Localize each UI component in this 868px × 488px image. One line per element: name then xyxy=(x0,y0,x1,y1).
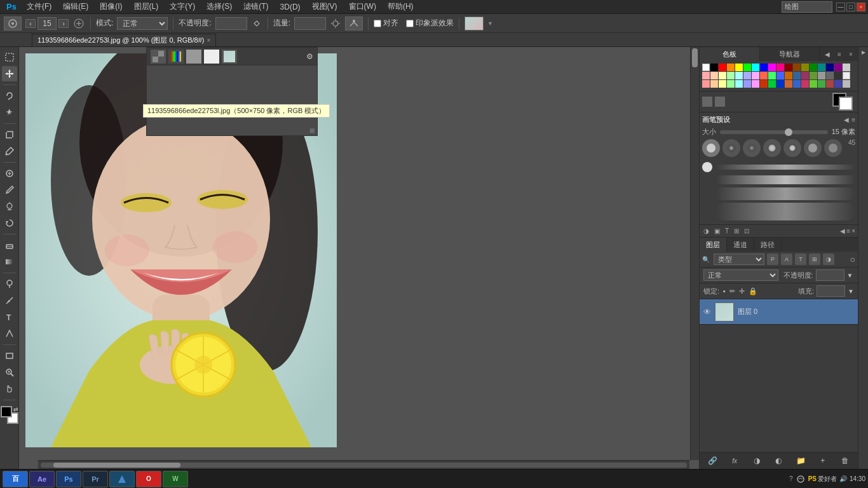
opacity-icon[interactable] xyxy=(251,18,262,29)
swatch[interactable] xyxy=(702,72,710,79)
taskbar-pr[interactable]: Pr xyxy=(83,471,108,487)
layer-delete-icon[interactable]: 🗑 xyxy=(839,454,851,467)
swatch[interactable] xyxy=(785,72,792,79)
panel-resize-handle[interactable]: ⊠ xyxy=(309,127,315,134)
brush-size-track[interactable] xyxy=(720,130,828,134)
flow-icon[interactable] xyxy=(330,18,341,29)
canvas-hscroll[interactable] xyxy=(38,460,689,469)
brush-icon-soft[interactable] xyxy=(722,139,740,157)
menu-3d[interactable]: 3D(D) xyxy=(275,1,306,13)
stamp-checkbox[interactable] xyxy=(406,20,414,27)
swatch[interactable] xyxy=(719,72,726,79)
swatch[interactable] xyxy=(727,64,735,71)
swatch[interactable] xyxy=(710,64,718,71)
brush-icon-star4[interactable] xyxy=(804,139,822,157)
swatch[interactable] xyxy=(710,80,718,88)
brush-icon-star1[interactable] xyxy=(743,139,761,157)
layers-filter-btn-1[interactable]: P xyxy=(767,254,778,265)
swatch[interactable] xyxy=(727,80,735,88)
layers-panel-icon-2[interactable]: ▣ xyxy=(713,226,721,236)
swatch[interactable] xyxy=(843,64,850,71)
swatch[interactable] xyxy=(793,72,801,79)
swatch[interactable] xyxy=(785,64,792,71)
tool-zoom[interactable] xyxy=(2,365,17,380)
swatch[interactable] xyxy=(719,80,726,88)
menu-select[interactable]: 选择(S) xyxy=(201,0,237,13)
opacity-dropdown[interactable]: ▼ xyxy=(847,272,853,279)
brush-icon-star2[interactable] xyxy=(763,139,781,157)
taskbar-ps[interactable]: Ps xyxy=(56,471,81,487)
bg-color-swatch[interactable] xyxy=(839,97,853,111)
tool-rectangle[interactable] xyxy=(2,348,17,363)
swatch[interactable] xyxy=(810,80,817,88)
panel-tab-photo[interactable] xyxy=(222,50,237,64)
layers-filter-btn-5[interactable]: ◑ xyxy=(823,254,834,265)
swatch[interactable] xyxy=(810,64,817,71)
stamp-option[interactable]: 印象派效果 xyxy=(406,18,454,29)
mini-collapse-icon[interactable]: ▶ xyxy=(860,50,866,55)
restore-btn[interactable]: □ xyxy=(846,3,855,11)
tool-marquee[interactable] xyxy=(2,50,17,65)
fg-color-box[interactable] xyxy=(1,406,12,417)
swatch[interactable] xyxy=(793,80,801,88)
brush-panel-options[interactable]: ≡ xyxy=(851,116,855,123)
swatch[interactable] xyxy=(760,72,768,79)
flow-input[interactable]: 100% xyxy=(294,17,326,30)
size-stepper-down[interactable]: ‹ xyxy=(25,19,36,28)
swatch[interactable] xyxy=(719,64,726,71)
swatch[interactable] xyxy=(810,72,817,79)
swatch[interactable] xyxy=(752,72,759,79)
fill-value-input[interactable]: 100% xyxy=(817,285,845,297)
tool-text[interactable]: T xyxy=(2,309,17,325)
tool-eraser[interactable] xyxy=(2,238,17,253)
swatch[interactable] xyxy=(818,80,825,88)
tool-path-select[interactable] xyxy=(2,326,17,341)
swatch[interactable] xyxy=(834,80,842,88)
layers-filter-btn-4[interactable]: ⊞ xyxy=(809,254,820,265)
brush-icon-star3[interactable] xyxy=(783,139,801,157)
menu-image[interactable]: 图像(I) xyxy=(95,0,127,13)
taskbar-opera[interactable]: O xyxy=(136,471,161,487)
lock-draw-icon[interactable]: ✏ xyxy=(729,287,735,295)
delete-swatch-icon[interactable] xyxy=(715,97,725,107)
swatch[interactable] xyxy=(735,64,743,71)
taskbar-help-icon[interactable]: ? xyxy=(789,475,793,482)
tool-magic-wand[interactable] xyxy=(2,105,17,120)
menu-file[interactable]: 文件(F) xyxy=(22,0,57,13)
taskbar-network-icon[interactable] xyxy=(796,474,806,484)
swatch[interactable] xyxy=(834,64,842,71)
minimize-btn[interactable]: — xyxy=(836,3,845,11)
layer-mask-icon[interactable]: ◑ xyxy=(750,454,763,467)
swatch[interactable] xyxy=(710,72,718,79)
tool-history-brush[interactable] xyxy=(2,215,17,231)
swatch[interactable] xyxy=(702,64,710,71)
blend-mode-select[interactable]: 正常 xyxy=(703,269,778,281)
opacity-value-input[interactable]: 100% xyxy=(816,269,844,281)
color-swapper[interactable]: ⇄ xyxy=(1,406,18,424)
layer-group-icon[interactable]: 📁 xyxy=(794,454,807,467)
new-swatch-icon[interactable] xyxy=(702,97,712,107)
layer-link-icon[interactable]: 🔗 xyxy=(706,454,719,467)
menu-view[interactable]: 视图(V) xyxy=(307,0,342,13)
layers-panel-icon-1[interactable]: ◑ xyxy=(702,226,710,236)
swatch[interactable] xyxy=(735,72,743,79)
document-tab[interactable]: 1193596866ede22753l.jpg @ 100% (图层 0, RG… xyxy=(32,34,216,46)
menu-help[interactable]: 帮助(H) xyxy=(383,0,419,13)
swatch[interactable] xyxy=(752,80,759,88)
tool-gradient[interactable] xyxy=(2,254,17,269)
layer-adjustment-icon[interactable]: ◐ xyxy=(772,454,785,467)
layers-filter-toggle[interactable]: ○ xyxy=(850,254,855,264)
layer-fx-icon[interactable]: fx xyxy=(728,454,741,467)
menu-window[interactable]: 窗口(W) xyxy=(344,0,381,13)
tab-swatches[interactable]: 色板 xyxy=(700,47,760,61)
layers-panel-close[interactable]: × xyxy=(851,227,855,234)
fill-dropdown[interactable]: ▼ xyxy=(848,288,854,295)
tab-paths[interactable]: 路径 xyxy=(754,238,782,252)
menu-text[interactable]: 文字(Y) xyxy=(165,0,200,13)
brush-size-input[interactable] xyxy=(37,17,57,30)
menu-edit[interactable]: 编辑(E) xyxy=(58,0,93,13)
swatch[interactable] xyxy=(793,64,801,71)
swatch[interactable] xyxy=(776,72,784,79)
taskbar-word[interactable]: W xyxy=(163,471,188,487)
swatch[interactable] xyxy=(818,64,825,71)
